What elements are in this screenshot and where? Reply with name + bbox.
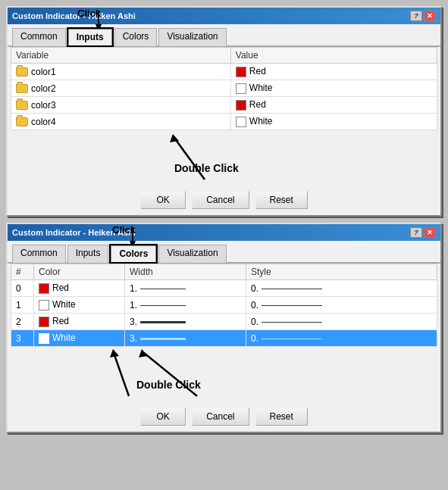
tab-2-common[interactable]: Common <box>12 245 66 263</box>
color-cell: White <box>34 297 125 314</box>
col-variable: Variable <box>11 48 231 64</box>
tab-2-inputs[interactable]: Inputs <box>67 245 109 263</box>
table-row[interactable]: 2 Red 3. 0. <box>11 314 437 330</box>
window-2: Custom Indicator - Heiken Ashi ? ✕ Commo… <box>6 223 442 433</box>
table-row[interactable]: 1 White 1. 0. <box>11 297 437 314</box>
close-button-2[interactable]: ✕ <box>424 227 436 238</box>
tabs-2: Common Inputs Colors Visualization <box>8 241 440 264</box>
ok-button-2[interactable]: OK <box>140 407 186 426</box>
inputs-table: Variable Value color1 Red color2 <box>11 47 437 130</box>
width-line <box>140 321 186 323</box>
svg-marker-7 <box>110 349 119 357</box>
ok-button-1[interactable]: OK <box>140 191 186 209</box>
help-button-2[interactable]: ? <box>410 227 422 238</box>
svg-marker-9 <box>139 349 148 357</box>
value-cell: White <box>230 80 437 97</box>
color-swatch-white <box>236 83 246 94</box>
titlebar-1-buttons: ? ✕ <box>410 11 436 21</box>
color-swatch-white <box>236 117 246 127</box>
table-row[interactable]: color2 White <box>11 80 437 97</box>
cancel-button-2[interactable]: Cancel <box>192 407 249 426</box>
help-button-1[interactable]: ? <box>410 11 422 21</box>
col-num: # <box>11 264 34 280</box>
color-swatch-white <box>39 300 49 311</box>
svg-line-6 <box>114 353 129 396</box>
titlebar-2: Custom Indicator - Heiken Ashi ? ✕ <box>8 224 440 241</box>
style-cell: 0. <box>246 314 437 330</box>
color-cell: Red <box>34 280 125 297</box>
reset-button-2[interactable]: Reset <box>255 407 308 426</box>
tabs-wrapper-2: Common Inputs Colors Visualization Click <box>8 241 440 264</box>
double-click-arrow-2 <box>106 347 227 401</box>
table-row-selected[interactable]: 3 White 3. 0. <box>11 330 437 347</box>
col-value: Value <box>230 48 437 64</box>
annotation-area-2: Double Click <box>8 347 440 401</box>
footer-1: OK Cancel Reset <box>8 185 440 215</box>
folder-icon <box>16 101 28 110</box>
tab-1-common[interactable]: Common <box>12 28 66 46</box>
variable-cell: color4 <box>11 114 231 130</box>
style-cell: 0. <box>246 280 437 297</box>
tab-1-inputs[interactable]: Inputs <box>67 28 113 46</box>
width-cell: 1. <box>125 297 246 314</box>
annotation-area-1: Double Click <box>8 130 440 185</box>
table-row[interactable]: color4 White <box>11 114 437 130</box>
tab-1-colors[interactable]: Colors <box>114 28 158 46</box>
width-cell: 3. <box>125 314 246 330</box>
col-color: Color <box>34 264 125 280</box>
value-cell: Red <box>230 64 437 80</box>
style-cell: 0. <box>246 297 437 314</box>
double-click-label-2: Double Click <box>136 379 201 391</box>
value-cell: White <box>230 114 437 130</box>
table-row[interactable]: color1 Red <box>11 64 437 80</box>
colors-table: # Color Width Style 0 Red 1. 0. <box>11 264 437 347</box>
num-cell: 2 <box>11 314 34 330</box>
tab-1-visualization[interactable]: Visualization <box>158 28 226 46</box>
window-1-title: Custom Indicator - Heiken Ashi <box>12 11 136 20</box>
width-line <box>140 289 186 289</box>
footer-2: OK Cancel Reset <box>8 401 440 432</box>
tabs-wrapper-1: Common Inputs Colors Visualization Click <box>8 24 440 47</box>
color-swatch-white <box>39 333 49 344</box>
style-line <box>262 339 322 339</box>
window-1-content: Variable Value color1 Red color2 <box>8 47 440 130</box>
col-width: Width <box>125 264 246 280</box>
color-cell: White <box>34 330 125 347</box>
color-cell: Red <box>34 314 125 330</box>
style-line <box>262 289 322 289</box>
width-cell: 3. <box>125 330 246 347</box>
folder-icon <box>16 84 28 93</box>
folder-icon <box>16 67 28 76</box>
folder-icon <box>16 117 28 126</box>
titlebar-2-buttons: ? ✕ <box>410 227 436 238</box>
reset-button-1[interactable]: Reset <box>255 191 308 209</box>
color-swatch-red <box>39 317 49 327</box>
tab-2-colors[interactable]: Colors <box>110 245 157 263</box>
color-swatch-red <box>39 283 49 294</box>
variable-cell: color2 <box>11 80 231 97</box>
style-line <box>262 305 322 306</box>
width-cell: 1. <box>125 280 246 297</box>
tabs-1: Common Inputs Colors Visualization <box>8 24 440 47</box>
value-cell: Red <box>230 97 437 114</box>
table-row[interactable]: color3 Red <box>11 97 437 114</box>
window-2-title: Custom Indicator - Heiken Ashi <box>12 228 136 237</box>
tab-2-visualization[interactable]: Visualization <box>158 245 226 263</box>
double-click-arrow-1 <box>159 130 250 185</box>
color-swatch-red <box>236 100 246 111</box>
style-line <box>262 322 322 323</box>
titlebar-1: Custom Indicator - Heiken Ashi ? ✕ <box>8 8 440 24</box>
double-click-label-1: Double Click <box>174 162 239 174</box>
variable-cell: color3 <box>11 97 231 114</box>
table-row[interactable]: 0 Red 1. 0. <box>11 280 437 297</box>
window-1: Custom Indicator - Heiken Ashi ? ✕ Commo… <box>6 6 442 217</box>
cancel-button-1[interactable]: Cancel <box>192 191 249 209</box>
col-style: Style <box>246 264 437 280</box>
color-swatch-red <box>236 67 246 77</box>
width-line <box>140 305 186 306</box>
num-cell: 3 <box>11 330 34 347</box>
window-2-content: # Color Width Style 0 Red 1. 0. <box>8 264 440 347</box>
close-button-1[interactable]: ✕ <box>424 11 436 21</box>
variable-cell: color1 <box>11 64 231 80</box>
width-line <box>140 338 186 340</box>
